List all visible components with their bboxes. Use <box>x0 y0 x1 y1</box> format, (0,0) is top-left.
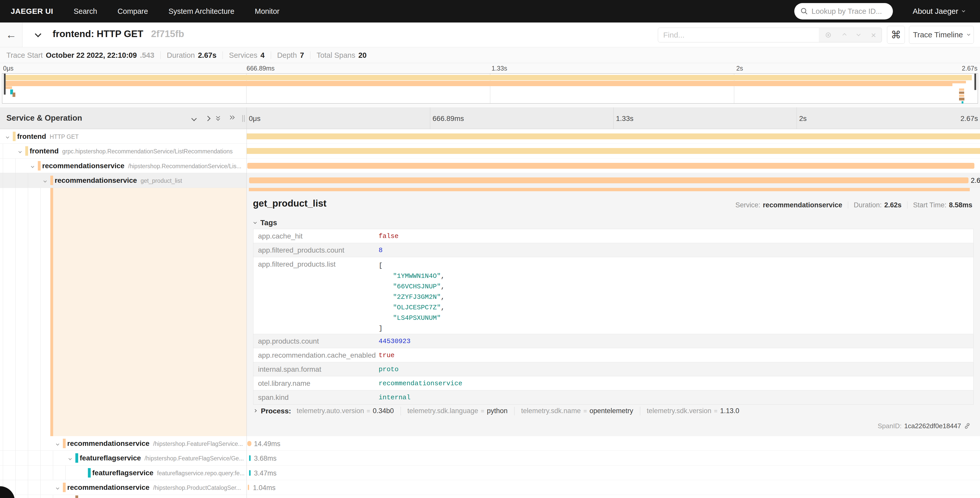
duration-label: Duration: <box>854 201 882 209</box>
service-operation-header: Service & Operation <box>6 113 82 123</box>
span-operation: HTTP GET <box>50 134 79 140</box>
jaeger-logo[interactable]: JAEGER UI <box>11 7 53 16</box>
expand-one-icon[interactable] <box>206 117 210 121</box>
span-bar[interactable] <box>247 134 980 139</box>
span-row-productcatalog-rpc[interactable]: recommendationservice/hipstershop.Produc… <box>0 480 980 495</box>
tag-value: internal <box>373 390 974 404</box>
nav-item-search[interactable]: Search <box>73 7 97 16</box>
minimap-span <box>959 97 964 101</box>
span-row-frontend-grpc[interactable]: frontendgrpc.hipstershop.RecommendationS… <box>0 144 980 158</box>
find-input[interactable] <box>658 28 819 42</box>
minimap-tick: 2s <box>736 65 743 72</box>
nav-item-compare[interactable]: Compare <box>118 7 148 16</box>
tag-row[interactable]: internal.span.format proto <box>253 362 974 376</box>
span-bar[interactable] <box>248 485 249 490</box>
service-color-bar <box>25 146 28 156</box>
view-selector-label: Trace Timeline <box>913 30 963 39</box>
span-operation: /hipstershop.FeatureFlagService... <box>153 441 243 447</box>
duration-value: 2.67s <box>198 51 216 59</box>
span-operation: grpc.hipstershop.RecommendationService/L… <box>62 148 233 155</box>
service-color-bar <box>38 161 41 171</box>
find-clear-icon[interactable]: × <box>871 31 876 39</box>
row-chevron-icon[interactable] <box>56 485 59 490</box>
span-row-featureflag-rpc-server[interactable]: featureflagservice/hipstershop.FeatureFl… <box>0 451 980 465</box>
minimap-left-scrubber[interactable] <box>4 73 6 94</box>
span-row-frontend-http-get[interactable]: frontendHTTP GET <box>0 129 980 144</box>
view-selector-button[interactable]: Trace Timeline <box>909 26 974 44</box>
tag-row[interactable]: app.cache_hit false <box>253 229 974 243</box>
back-button[interactable]: ← <box>0 22 22 47</box>
minimap-span <box>959 94 964 97</box>
span-operation: /hipstershop.RecommendationService/Lis..… <box>128 163 242 169</box>
find-next-icon[interactable] <box>857 32 861 36</box>
trace-lookup-input[interactable] <box>811 7 886 16</box>
row-chevron-icon[interactable] <box>19 149 21 154</box>
expand-all-icon[interactable] <box>229 115 234 122</box>
tag-row[interactable]: app.products.count 44530923 <box>253 334 974 348</box>
tags-table: app.cache_hit false app.filtered_product… <box>253 229 974 405</box>
span-bar[interactable] <box>249 470 251 476</box>
collapse-one-icon[interactable] <box>192 117 196 121</box>
span-bar[interactable] <box>247 148 980 154</box>
row-chevron-icon[interactable] <box>44 179 46 183</box>
collapse-all-icon[interactable] <box>216 115 222 122</box>
tags-section-toggle[interactable]: Tags <box>254 219 277 227</box>
link-icon[interactable] <box>964 422 971 429</box>
duration-value: 2.62s <box>884 201 902 209</box>
service-color-bar <box>75 453 78 463</box>
minimap-span <box>959 91 964 94</box>
process-section-toggle[interactable]: Process: telemetry.auto.version0.34b0 te… <box>254 407 739 415</box>
row-chevron-icon[interactable] <box>69 456 71 461</box>
nav-item-system-architecture[interactable]: System Architecture <box>169 7 234 16</box>
minimap-tick: 1.33s <box>492 65 507 72</box>
span-duration-label: 3.47ms <box>254 469 277 477</box>
trace-lookup-box[interactable] <box>794 3 893 19</box>
span-bar[interactable] <box>249 455 251 461</box>
span-row-get-product-list[interactable]: recommendationserviceget_product_list 2.… <box>0 173 980 188</box>
find-controls: × <box>819 28 882 42</box>
find-prev-icon[interactable] <box>843 33 846 37</box>
span-row-recommendation-rpc[interactable]: recommendationservice/hipstershop.Recomm… <box>0 158 980 173</box>
service-color-bar <box>50 188 53 436</box>
minimap-right-scrubber[interactable] <box>974 73 976 90</box>
about-jaeger-menu[interactable]: About Jaeger <box>913 7 965 16</box>
span-row-featureflag-rpc-client[interactable]: recommendationservice/hipstershop.Featur… <box>0 436 980 451</box>
tag-row[interactable]: app.recommendation.cache_enabled true <box>253 348 974 362</box>
row-chevron-icon[interactable] <box>6 134 9 139</box>
timeline-tick: 2.67s <box>961 115 978 123</box>
span-operation: featureflagservice.repo.query:fe... <box>157 470 245 477</box>
service-label: Service: <box>735 201 760 209</box>
timeline-tick: 666.89ms <box>433 115 464 123</box>
nav-item-monitor[interactable]: Monitor <box>255 7 280 16</box>
row-chevron-icon[interactable] <box>56 442 59 446</box>
keyboard-shortcuts-button[interactable]: ⌘ <box>887 26 905 44</box>
tag-value: 44530923 <box>373 334 974 348</box>
span-bar[interactable] <box>249 177 969 183</box>
span-operation: get_product_list <box>140 177 182 184</box>
service-color-bar <box>63 439 66 448</box>
span-row-featureflag-repo-query[interactable]: featureflagservicefeatureflagservice.rep… <box>0 466 980 480</box>
top-nav: JAEGER UI Search Compare System Architec… <box>0 0 980 22</box>
timeline-column-divider[interactable] <box>247 107 247 498</box>
minimap-canvas[interactable] <box>2 73 978 104</box>
span-bar[interactable] <box>247 441 251 446</box>
trace-summary-bar: Trace Start October 22 2022, 22:10:09 .5… <box>0 48 980 63</box>
column-resize-handle[interactable] <box>242 115 245 122</box>
total-spans-value: 20 <box>358 51 367 59</box>
trace-start-value: October 22 2022, 22:10:09 <box>46 51 137 59</box>
span-bar[interactable] <box>247 163 974 169</box>
span-bar[interactable] <box>249 188 970 191</box>
tags-title: Tags <box>260 219 277 227</box>
collapse-trace-chevron[interactable] <box>36 32 40 37</box>
minimap-span <box>962 101 963 104</box>
row-chevron-icon[interactable] <box>32 164 34 168</box>
tag-row[interactable]: app.filtered_products.list [ "1YMWWN1N4O… <box>253 257 974 334</box>
start-time-label: Start Time: <box>913 201 947 209</box>
tag-row[interactable]: otel.library.name recommendationservice <box>253 376 974 390</box>
tag-row[interactable]: span.kind internal <box>253 390 974 404</box>
span-service: recommendationservice <box>67 484 150 492</box>
span-row-partial[interactable] <box>0 495 980 498</box>
tag-row[interactable]: app.filtered_products.count 8 <box>253 243 974 257</box>
tag-key: app.products.count <box>253 334 373 348</box>
focus-icon[interactable] <box>824 31 832 39</box>
